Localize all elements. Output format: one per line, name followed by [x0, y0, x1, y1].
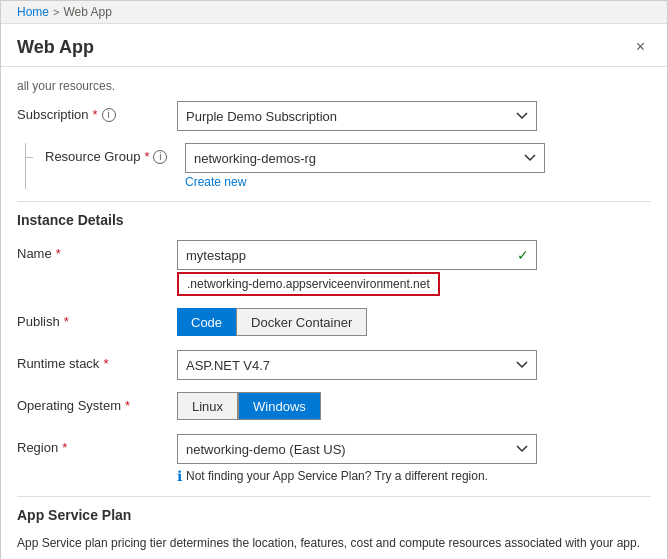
subscription-control: Purple Demo Subscription: [177, 101, 651, 131]
region-label: Region *: [17, 434, 177, 455]
resource-group-info-icon[interactable]: i: [153, 150, 167, 164]
publish-row: Publish * Code Docker Container: [17, 308, 651, 338]
name-label: Name *: [17, 240, 177, 261]
resource-group-create-new[interactable]: Create new: [185, 175, 651, 189]
publish-code-button[interactable]: Code: [177, 308, 236, 336]
name-check-icon: ✓: [517, 247, 529, 263]
resource-group-required: *: [144, 149, 149, 164]
breadcrumb-home[interactable]: Home: [17, 5, 49, 19]
app-service-plan-section: App Service Plan App Service plan pricin…: [17, 507, 651, 559]
plan-description: App Service plan pricing tier determines…: [17, 535, 651, 552]
subscription-select[interactable]: Purple Demo Subscription: [177, 101, 537, 131]
modal-body: all your resources. Subscription * i Pur…: [1, 67, 667, 559]
region-info-icon: ℹ: [177, 468, 182, 484]
domain-suffix-text: .networking-demo.appserviceenvironment.n…: [177, 272, 440, 296]
publish-docker-button[interactable]: Docker Container: [236, 308, 367, 336]
resource-group-label: Resource Group * i: [41, 143, 185, 164]
os-linux-button[interactable]: Linux: [177, 392, 238, 420]
name-row: Name * ✓ .networking-demo.appserviceenvi…: [17, 240, 651, 296]
breadcrumb: Home > Web App: [1, 1, 667, 24]
subscription-label: Subscription * i: [17, 101, 177, 122]
close-button[interactable]: ×: [630, 36, 651, 58]
region-info-text: Not finding your App Service Plan? Try a…: [186, 469, 488, 483]
region-select[interactable]: networking-demo (East US): [177, 434, 537, 464]
modal-header: Web App ×: [1, 24, 667, 67]
os-required: *: [125, 398, 130, 413]
resource-group-control: networking-demos-rg Create new: [185, 143, 651, 189]
subscription-required: *: [93, 107, 98, 122]
os-label: Operating System *: [17, 392, 177, 413]
region-row: Region * networking-demo (East US) ℹ Not…: [17, 434, 651, 484]
os-toggle: Linux Windows: [177, 392, 651, 420]
section-divider-instance: [17, 201, 651, 202]
subscription-row: Subscription * i Purple Demo Subscriptio…: [17, 101, 651, 131]
section-divider-plan: [17, 496, 651, 497]
publish-required: *: [64, 314, 69, 329]
instance-details-title: Instance Details: [17, 212, 651, 228]
scroll-hint: all your resources.: [17, 79, 651, 93]
region-required: *: [62, 440, 67, 455]
runtime-stack-label: Runtime stack *: [17, 350, 177, 371]
runtime-stack-row: Runtime stack * ASP.NET V4.7: [17, 350, 651, 380]
modal-title: Web App: [17, 37, 94, 58]
resource-group-select[interactable]: networking-demos-rg: [185, 143, 545, 173]
name-required: *: [56, 246, 61, 261]
runtime-stack-control: ASP.NET V4.7: [177, 350, 651, 380]
breadcrumb-separator: >: [53, 6, 59, 18]
name-input-wrap: ✓: [177, 240, 537, 270]
os-row: Operating System * Linux Windows: [17, 392, 651, 422]
domain-suffix-badge: .networking-demo.appserviceenvironment.n…: [177, 272, 651, 296]
runtime-stack-select[interactable]: ASP.NET V4.7: [177, 350, 537, 380]
web-app-modal: Home > Web App Web App × all your resour…: [0, 0, 668, 559]
name-input[interactable]: [177, 240, 537, 270]
publish-label: Publish *: [17, 308, 177, 329]
subscription-info-icon[interactable]: i: [102, 108, 116, 122]
os-windows-button[interactable]: Windows: [238, 392, 321, 420]
resource-group-row: Resource Group * i networking-demos-rg C…: [17, 143, 651, 189]
region-info-message: ℹ Not finding your App Service Plan? Try…: [177, 468, 651, 484]
publish-control: Code Docker Container: [177, 308, 651, 336]
breadcrumb-current: Web App: [63, 5, 111, 19]
plan-section-title: App Service Plan: [17, 507, 651, 523]
runtime-required: *: [103, 356, 108, 371]
region-control: networking-demo (East US) ℹ Not finding …: [177, 434, 651, 484]
publish-toggle: Code Docker Container: [177, 308, 651, 336]
os-control: Linux Windows: [177, 392, 651, 420]
name-control: ✓ .networking-demo.appserviceenvironment…: [177, 240, 651, 296]
